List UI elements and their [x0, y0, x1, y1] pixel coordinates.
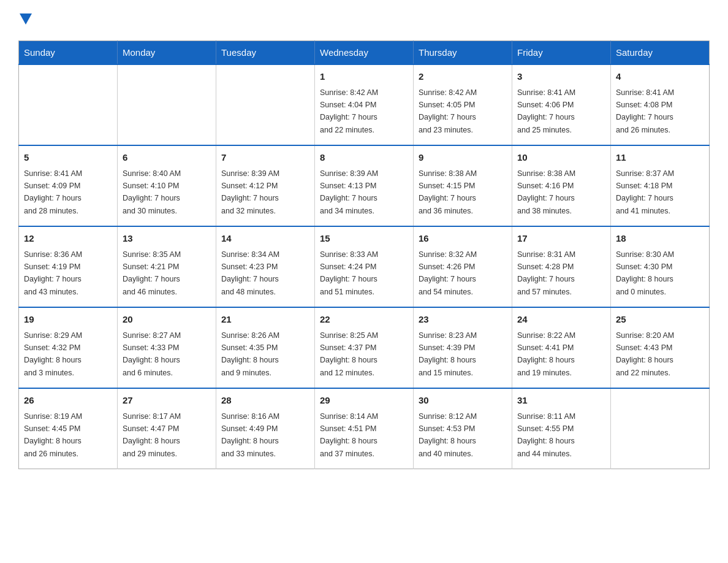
day-number: 17: [517, 232, 605, 246]
weekday-header-row: SundayMondayTuesdayWednesdayThursdayFrid…: [19, 41, 710, 65]
day-number: 27: [123, 394, 211, 408]
empty-cell: [611, 388, 710, 469]
day-cell-22: 22Sunrise: 8:25 AM Sunset: 4:37 PM Dayli…: [315, 307, 414, 388]
day-number: 12: [24, 232, 112, 246]
day-number: 16: [419, 232, 507, 246]
day-number: 6: [123, 151, 211, 165]
day-cell-17: 17Sunrise: 8:31 AM Sunset: 4:28 PM Dayli…: [512, 226, 611, 307]
weekday-header-friday: Friday: [512, 41, 611, 65]
empty-cell: [118, 64, 216, 145]
day-cell-10: 10Sunrise: 8:38 AM Sunset: 4:16 PM Dayli…: [512, 145, 611, 226]
day-info: Sunrise: 8:22 AM Sunset: 4:41 PM Dayligh…: [517, 331, 575, 377]
day-cell-4: 4Sunrise: 8:41 AM Sunset: 4:08 PM Daylig…: [611, 64, 710, 145]
day-cell-14: 14Sunrise: 8:34 AM Sunset: 4:23 PM Dayli…: [216, 226, 315, 307]
day-info: Sunrise: 8:38 AM Sunset: 4:15 PM Dayligh…: [419, 169, 477, 215]
week-row-4: 19Sunrise: 8:29 AM Sunset: 4:32 PM Dayli…: [19, 307, 710, 388]
day-number: 31: [517, 394, 605, 408]
weekday-header-monday: Monday: [118, 41, 216, 65]
day-number: 5: [24, 151, 112, 165]
day-number: 21: [221, 313, 309, 327]
day-number: 18: [616, 232, 704, 246]
day-info: Sunrise: 8:34 AM Sunset: 4:23 PM Dayligh…: [221, 250, 279, 296]
day-number: 23: [419, 313, 507, 327]
day-number: 26: [24, 394, 112, 408]
day-info: Sunrise: 8:35 AM Sunset: 4:21 PM Dayligh…: [123, 250, 181, 296]
day-info: Sunrise: 8:23 AM Sunset: 4:39 PM Dayligh…: [419, 331, 477, 377]
day-cell-5: 5Sunrise: 8:41 AM Sunset: 4:09 PM Daylig…: [19, 145, 118, 226]
day-number: 4: [616, 70, 704, 84]
day-cell-1: 1Sunrise: 8:42 AM Sunset: 4:04 PM Daylig…: [315, 64, 414, 145]
day-info: Sunrise: 8:42 AM Sunset: 4:05 PM Dayligh…: [419, 88, 477, 134]
day-cell-30: 30Sunrise: 8:12 AM Sunset: 4:53 PM Dayli…: [414, 388, 512, 469]
day-cell-6: 6Sunrise: 8:40 AM Sunset: 4:10 PM Daylig…: [118, 145, 216, 226]
day-cell-8: 8Sunrise: 8:39 AM Sunset: 4:13 PM Daylig…: [315, 145, 414, 226]
day-cell-18: 18Sunrise: 8:30 AM Sunset: 4:30 PM Dayli…: [611, 226, 710, 307]
day-info: Sunrise: 8:38 AM Sunset: 4:16 PM Dayligh…: [517, 169, 575, 215]
day-cell-28: 28Sunrise: 8:16 AM Sunset: 4:49 PM Dayli…: [216, 388, 315, 469]
day-info: Sunrise: 8:39 AM Sunset: 4:13 PM Dayligh…: [320, 169, 378, 215]
week-row-5: 26Sunrise: 8:19 AM Sunset: 4:45 PM Dayli…: [19, 388, 710, 469]
day-info: Sunrise: 8:19 AM Sunset: 4:45 PM Dayligh…: [24, 412, 82, 458]
day-number: 7: [221, 151, 309, 165]
day-info: Sunrise: 8:26 AM Sunset: 4:35 PM Dayligh…: [221, 331, 279, 377]
empty-cell: [216, 64, 315, 145]
day-cell-7: 7Sunrise: 8:39 AM Sunset: 4:12 PM Daylig…: [216, 145, 315, 226]
day-number: 15: [320, 232, 408, 246]
day-cell-11: 11Sunrise: 8:37 AM Sunset: 4:18 PM Dayli…: [611, 145, 710, 226]
day-number: 30: [419, 394, 507, 408]
day-number: 2: [419, 70, 507, 84]
day-number: 29: [320, 394, 408, 408]
week-row-2: 5Sunrise: 8:41 AM Sunset: 4:09 PM Daylig…: [19, 145, 710, 226]
calendar-table: SundayMondayTuesdayWednesdayThursdayFrid…: [18, 40, 710, 469]
day-number: 3: [517, 70, 605, 84]
day-info: Sunrise: 8:41 AM Sunset: 4:08 PM Dayligh…: [616, 88, 674, 134]
day-cell-29: 29Sunrise: 8:14 AM Sunset: 4:51 PM Dayli…: [315, 388, 414, 469]
day-number: 19: [24, 313, 112, 327]
day-cell-21: 21Sunrise: 8:26 AM Sunset: 4:35 PM Dayli…: [216, 307, 315, 388]
logo: [18, 12, 32, 28]
day-cell-12: 12Sunrise: 8:36 AM Sunset: 4:19 PM Dayli…: [19, 226, 118, 307]
day-number: 20: [123, 313, 211, 327]
day-cell-2: 2Sunrise: 8:42 AM Sunset: 4:05 PM Daylig…: [414, 64, 512, 145]
day-info: Sunrise: 8:16 AM Sunset: 4:49 PM Dayligh…: [221, 412, 279, 458]
day-info: Sunrise: 8:29 AM Sunset: 4:32 PM Dayligh…: [24, 331, 82, 377]
page-header: [18, 12, 710, 28]
day-info: Sunrise: 8:32 AM Sunset: 4:26 PM Dayligh…: [419, 250, 477, 296]
weekday-header-sunday: Sunday: [19, 41, 118, 65]
day-info: Sunrise: 8:37 AM Sunset: 4:18 PM Dayligh…: [616, 169, 674, 215]
day-number: 24: [517, 313, 605, 327]
day-cell-25: 25Sunrise: 8:20 AM Sunset: 4:43 PM Dayli…: [611, 307, 710, 388]
logo-text: [18, 12, 32, 28]
day-info: Sunrise: 8:30 AM Sunset: 4:30 PM Dayligh…: [616, 250, 674, 296]
week-row-3: 12Sunrise: 8:36 AM Sunset: 4:19 PM Dayli…: [19, 226, 710, 307]
day-info: Sunrise: 8:20 AM Sunset: 4:43 PM Dayligh…: [616, 331, 674, 377]
day-info: Sunrise: 8:40 AM Sunset: 4:10 PM Dayligh…: [123, 169, 181, 215]
day-cell-26: 26Sunrise: 8:19 AM Sunset: 4:45 PM Dayli…: [19, 388, 118, 469]
day-info: Sunrise: 8:31 AM Sunset: 4:28 PM Dayligh…: [517, 250, 575, 296]
day-cell-3: 3Sunrise: 8:41 AM Sunset: 4:06 PM Daylig…: [512, 64, 611, 145]
day-info: Sunrise: 8:12 AM Sunset: 4:53 PM Dayligh…: [419, 412, 477, 458]
day-cell-9: 9Sunrise: 8:38 AM Sunset: 4:15 PM Daylig…: [414, 145, 512, 226]
day-info: Sunrise: 8:41 AM Sunset: 4:06 PM Dayligh…: [517, 88, 575, 134]
day-number: 28: [221, 394, 309, 408]
day-info: Sunrise: 8:17 AM Sunset: 4:47 PM Dayligh…: [123, 412, 181, 458]
day-cell-19: 19Sunrise: 8:29 AM Sunset: 4:32 PM Dayli…: [19, 307, 118, 388]
day-info: Sunrise: 8:33 AM Sunset: 4:24 PM Dayligh…: [320, 250, 378, 296]
day-number: 9: [419, 151, 507, 165]
day-cell-13: 13Sunrise: 8:35 AM Sunset: 4:21 PM Dayli…: [118, 226, 216, 307]
day-number: 14: [221, 232, 309, 246]
day-cell-27: 27Sunrise: 8:17 AM Sunset: 4:47 PM Dayli…: [118, 388, 216, 469]
day-number: 25: [616, 313, 704, 327]
day-cell-16: 16Sunrise: 8:32 AM Sunset: 4:26 PM Dayli…: [414, 226, 512, 307]
day-info: Sunrise: 8:11 AM Sunset: 4:55 PM Dayligh…: [517, 412, 575, 458]
day-cell-23: 23Sunrise: 8:23 AM Sunset: 4:39 PM Dayli…: [414, 307, 512, 388]
weekday-header-thursday: Thursday: [414, 41, 512, 65]
day-number: 1: [320, 70, 408, 84]
empty-cell: [19, 64, 118, 145]
day-info: Sunrise: 8:27 AM Sunset: 4:33 PM Dayligh…: [123, 331, 181, 377]
weekday-header-wednesday: Wednesday: [315, 41, 414, 65]
day-info: Sunrise: 8:25 AM Sunset: 4:37 PM Dayligh…: [320, 331, 378, 377]
day-cell-24: 24Sunrise: 8:22 AM Sunset: 4:41 PM Dayli…: [512, 307, 611, 388]
day-info: Sunrise: 8:39 AM Sunset: 4:12 PM Dayligh…: [221, 169, 279, 215]
day-info: Sunrise: 8:42 AM Sunset: 4:04 PM Dayligh…: [320, 88, 378, 134]
